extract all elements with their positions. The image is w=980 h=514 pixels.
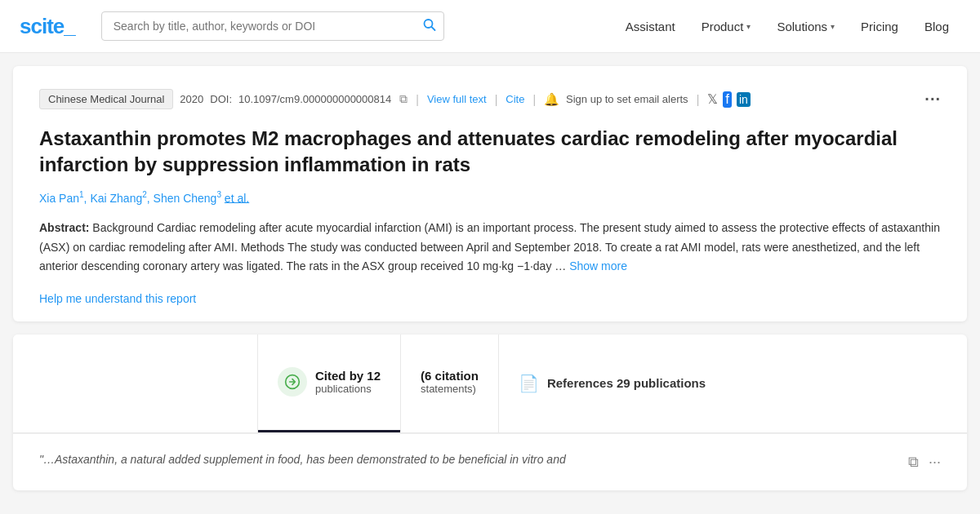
paper-card: Chinese Medical Journal 2020 DOI: 10.109…: [13, 66, 967, 321]
sep3: |: [532, 93, 536, 106]
navbar: scite_ Assistant Product ▾ Solutions ▾ P…: [0, 0, 980, 53]
solutions-chevron-icon: ▾: [831, 22, 835, 31]
author-sup-3: 3: [216, 190, 221, 199]
cited-by-sub-label: publications: [315, 383, 381, 395]
abstract-text: Background Cardiac remodeling after acut…: [39, 221, 940, 272]
cited-by-icon: [278, 367, 307, 397]
paper-title: Astaxanthin promotes M2 macrophages and …: [39, 126, 941, 179]
search-icon[interactable]: [423, 19, 436, 34]
meta-bar: Chinese Medical Journal 2020 DOI: 10.109…: [39, 89, 941, 109]
product-chevron-icon: ▾: [746, 22, 751, 31]
tab-group: Cited by 12 publications (6 citation sta…: [258, 335, 498, 432]
cite-link[interactable]: Cite: [506, 93, 524, 105]
facebook-icon[interactable]: f: [723, 91, 732, 108]
doi-value: 10.1097/cm9.000000000000814: [238, 93, 391, 105]
site-logo[interactable]: scite_: [20, 14, 75, 39]
author-sup-1: 1: [79, 190, 84, 199]
journal-badge: Chinese Medical Journal: [39, 89, 173, 109]
abstract-label: Abstract:: [39, 221, 89, 234]
author-sup-2: 2: [142, 190, 147, 199]
citation-statements-label: (6 citation statements): [421, 369, 479, 395]
nav-blog[interactable]: Blog: [913, 13, 960, 40]
tab-cited-by[interactable]: Cited by 12 publications: [258, 335, 400, 432]
et-al-link[interactable]: et al.: [225, 191, 249, 204]
references-label: References 29 publications: [547, 376, 706, 390]
citation-stmt-main: (6 citation: [421, 369, 479, 383]
search-input[interactable]: [101, 11, 444, 41]
logo-underscore: _: [64, 14, 74, 38]
nav-solutions[interactable]: Solutions ▾: [765, 13, 846, 40]
alert-text: Sign up to set email alerts: [566, 93, 688, 105]
authors-list: Xia Pan1, Kai Zhang2, Shen Cheng3 et al.: [39, 190, 941, 205]
abstract: Abstract: Background Cardiac remodeling …: [39, 219, 941, 275]
view-full-text-link[interactable]: View full text: [427, 93, 487, 105]
author-kai-zhang[interactable]: Kai Zhang: [90, 191, 142, 204]
citation-stmt-sub: statements): [421, 383, 479, 395]
nav-assistant[interactable]: Assistant: [614, 13, 687, 40]
bell-icon: 🔔: [544, 92, 559, 107]
sep2: |: [495, 93, 498, 106]
social-icons: 𝕏 f in: [707, 91, 751, 108]
search-bar: [101, 11, 444, 41]
tab-cited-by-label: Cited by 12 publications: [315, 369, 381, 395]
more-options-button[interactable]: ···: [924, 90, 941, 109]
quote-text: "…Astaxanthin, a natural added supplemen…: [39, 450, 895, 468]
logo-text: scite: [20, 14, 64, 38]
help-link[interactable]: Help me understand this report: [39, 292, 196, 305]
quote-actions: ⧉ ···: [908, 450, 941, 474]
citations-section: Cited by 12 publications (6 citation sta…: [13, 335, 967, 490]
sep1: |: [416, 93, 419, 106]
year-label: 2020: [180, 93, 203, 105]
citations-tabs-row: Cited by 12 publications (6 citation sta…: [13, 335, 967, 433]
cited-by-main-label: Cited by 12: [315, 369, 381, 383]
left-panel: [13, 335, 258, 432]
sep4: |: [697, 93, 700, 106]
linkedin-icon[interactable]: in: [737, 92, 751, 107]
nav-pricing[interactable]: Pricing: [849, 13, 910, 40]
nav-links: Assistant Product ▾ Solutions ▾ Pricing …: [614, 13, 960, 40]
svg-line-1: [431, 27, 434, 30]
references-icon: 📄: [519, 374, 539, 393]
copy-quote-icon[interactable]: ⧉: [908, 450, 919, 474]
author-shen-cheng[interactable]: Shen Cheng: [154, 191, 217, 204]
nav-product[interactable]: Product ▾: [690, 13, 763, 40]
tab-references[interactable]: 📄 References 29 publications: [498, 335, 725, 432]
quote-section: "…Astaxanthin, a natural added supplemen…: [13, 433, 967, 490]
copy-doi-icon[interactable]: ⧉: [399, 92, 408, 106]
tab-citation-statements[interactable]: (6 citation statements): [400, 335, 498, 432]
twitter-icon[interactable]: 𝕏: [707, 91, 718, 107]
show-more-link[interactable]: Show more: [569, 259, 627, 273]
quote-more-icon[interactable]: ···: [929, 450, 941, 474]
doi-label: DOI:: [210, 93, 232, 105]
author-xia-pan[interactable]: Xia Pan: [39, 191, 79, 204]
